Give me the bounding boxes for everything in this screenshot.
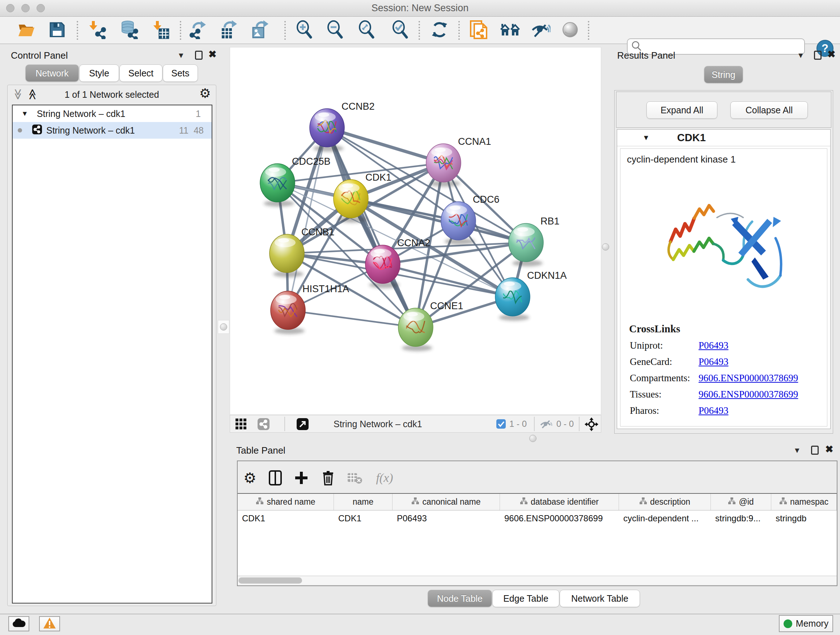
network-node-CCNB1[interactable] (270, 234, 304, 277)
tab-network[interactable]: Network (25, 65, 79, 82)
table-cell[interactable]: stringdb (771, 513, 837, 524)
table-panel-float-icon[interactable] (811, 446, 819, 455)
tab-select[interactable]: Select (119, 65, 163, 82)
pan-move-icon[interactable] (584, 417, 598, 432)
zoom-selected-button[interactable] (390, 20, 411, 41)
string-view-icon[interactable] (257, 418, 270, 432)
column-header-description[interactable]: description (619, 494, 711, 510)
selected-checkbox-icon[interactable] (496, 419, 506, 430)
table-cell[interactable]: 9606.ENSP00000378699 (500, 513, 619, 524)
export-image-button[interactable] (250, 20, 270, 41)
crosslink-link[interactable]: 9606.ENSP00000378699 (699, 372, 798, 384)
birdseye-grid-icon[interactable] (235, 418, 247, 431)
table-header-row[interactable]: shared namenamecanonical namedatabase id… (238, 493, 837, 510)
crosslink-link[interactable]: P06493 (699, 340, 729, 351)
column-header-namespac[interactable]: namespac (771, 494, 837, 510)
table-cell[interactable]: P06493 (393, 513, 500, 524)
zoom-in-button[interactable] (294, 20, 315, 41)
control-panel-close-icon[interactable]: ✖ (208, 49, 217, 59)
network-node-CCNE1[interactable] (398, 308, 433, 351)
crosslink-link[interactable]: 9606.ENSP00000378699 (699, 389, 798, 400)
export-network-button[interactable] (188, 20, 208, 41)
tab-sets[interactable]: Sets (163, 65, 198, 82)
node-result-header[interactable]: ▼ CDK1 (617, 130, 830, 146)
expand-all-button[interactable]: Expand All (646, 101, 717, 119)
apply-layout-button[interactable] (429, 20, 450, 41)
delete-column-trash-icon[interactable] (319, 469, 337, 486)
crosslink-link[interactable]: P06493 (699, 405, 729, 416)
add-column-plus-icon[interactable] (293, 469, 310, 486)
results-panel-float-icon[interactable] (814, 51, 821, 60)
control-panel-float-icon[interactable] (195, 51, 202, 60)
network-node-CCNA1[interactable] (426, 144, 461, 187)
open-in-window-icon[interactable] (297, 418, 309, 432)
cloud-status-button[interactable] (8, 616, 29, 631)
network-collection-row[interactable]: ▼ String Network – cdk1 1 (13, 105, 212, 122)
table-settings-gear-icon[interactable]: ⚙ (241, 469, 259, 486)
network-edge-CCNB2-HIST1H1A[interactable] (288, 128, 327, 310)
results-panel-close-icon[interactable]: ✖ (827, 49, 836, 59)
network-node-HIST1H1A[interactable] (271, 291, 305, 334)
tab-node-table[interactable]: Node Table (428, 590, 492, 607)
control-panel-menu-caret[interactable]: ▼ (177, 50, 185, 61)
column-header-database-identifier[interactable]: database identifier (500, 494, 619, 510)
network-canvas[interactable]: CCNB2CCNA1CDC25BCDK1CDC6RB1CCNB1CCNA2CDK… (230, 47, 601, 415)
network-options-gear-icon[interactable]: ⚙ (199, 86, 211, 101)
network-node-RB1[interactable] (508, 223, 543, 266)
scrollbar-thumb[interactable] (238, 578, 302, 584)
table-cell[interactable]: stringdb:9... (711, 513, 771, 524)
network-edge-CDK1-RB1[interactable] (351, 199, 526, 242)
import-table-button[interactable] (151, 20, 172, 41)
bottom-splitter-handle[interactable] (529, 435, 537, 442)
network-node-CCNB2[interactable] (309, 109, 344, 152)
warning-status-button[interactable] (39, 616, 60, 631)
network-from-selection-button[interactable] (469, 20, 489, 41)
table-row[interactable]: CDK1CDK1P064939606.ENSP00000378699cyclin… (238, 510, 837, 526)
right-splitter-handle[interactable] (602, 243, 609, 250)
table-cell[interactable]: CDK1 (334, 513, 393, 524)
tab-style[interactable]: Style (79, 65, 119, 82)
collection-expand-caret[interactable]: ▼ (21, 110, 28, 118)
string-home-button[interactable] (500, 20, 520, 41)
table-cell[interactable]: cyclin-dependent ... (619, 513, 711, 524)
crosslink-link[interactable]: P06493 (699, 356, 729, 367)
shared-column-icon (639, 497, 647, 507)
network-edge-CCNB2-CCNA1[interactable] (327, 128, 444, 163)
table-cell[interactable]: CDK1 (238, 513, 334, 524)
network-edge-HIST1H1A-CCNE1[interactable] (288, 310, 416, 327)
column-header-shared-name[interactable]: shared name (238, 494, 334, 510)
copy-network-icon (469, 19, 488, 41)
zoom-fit-button[interactable] (357, 20, 377, 41)
table-panel-title: Table Panel (236, 445, 286, 456)
section-collapse-caret[interactable]: ▼ (643, 134, 650, 142)
save-floppy-icon (49, 21, 66, 40)
import-network-database-button[interactable] (119, 20, 139, 41)
export-table-button[interactable] (218, 20, 239, 41)
collapse-all-button[interactable]: Collapse All (730, 101, 808, 119)
column-header-canonical-name[interactable]: canonical name (393, 494, 500, 510)
zoom-out-button[interactable] (325, 20, 346, 41)
show-columns-icon[interactable] (267, 469, 284, 486)
show-preview-button[interactable] (560, 20, 580, 41)
memory-status-button[interactable]: Memory (779, 615, 833, 632)
import-network-button[interactable] (87, 20, 107, 41)
network-panel-body: ≫ ≫ 1 of 1 Network selected ⚙ ▼ String N… (7, 85, 216, 606)
network-row-selected[interactable]: String Network – cdk1 11 48 (13, 122, 212, 139)
column-header-name[interactable]: name (334, 494, 393, 510)
table-panel-menu-caret[interactable]: ▼ (793, 445, 801, 456)
network-node-CDKN1A[interactable] (495, 278, 530, 321)
function-builder-button: f(x) (370, 469, 399, 486)
hide-selection-button[interactable] (531, 20, 551, 41)
tab-network-table[interactable]: Network Table (560, 590, 640, 607)
tab-string[interactable]: String (704, 66, 743, 83)
open-session-button[interactable] (16, 20, 36, 41)
table-panel-close-icon[interactable]: ✖ (825, 444, 834, 454)
shared-column-icon (728, 497, 736, 507)
tab-edge-table[interactable]: Edge Table (493, 590, 559, 607)
horizontal-scrollbar[interactable] (238, 576, 837, 585)
results-panel-menu-caret[interactable]: ▼ (797, 50, 805, 61)
save-session-button[interactable] (47, 20, 67, 41)
left-splitter-handle[interactable] (218, 320, 229, 334)
network-node-CDC25B[interactable] (260, 164, 295, 207)
column-header--id[interactable]: @id (711, 494, 771, 510)
